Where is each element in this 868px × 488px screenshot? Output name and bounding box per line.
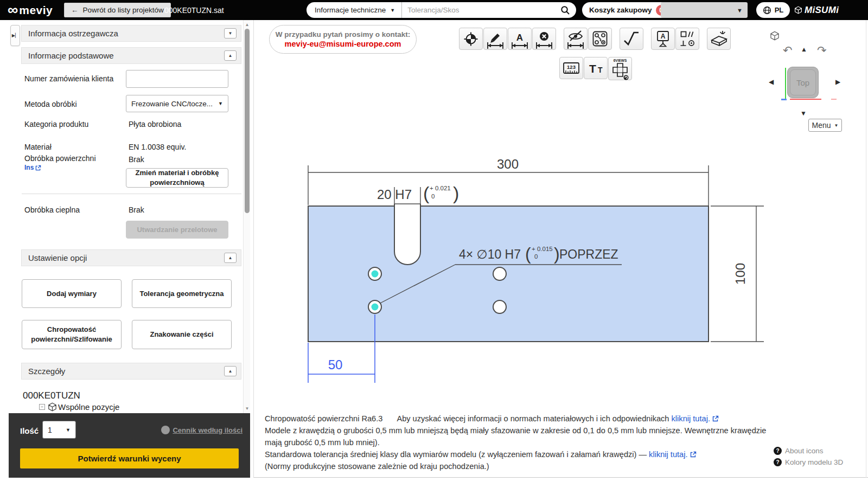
quantity-label: Ilość (20, 426, 39, 435)
section-basic-toggle[interactable]: ▲ (224, 50, 237, 61)
misumi-logo-text: MiSUMi (805, 5, 839, 16)
back-arrow-icon: ← (71, 6, 79, 14)
scrollbar-thumb[interactable] (245, 29, 250, 213)
section-options-header: Ustawienie opcji ▲ (21, 249, 241, 266)
meviy-logo-icon: ∞ (8, 3, 18, 17)
section-details-header: Szczegóły ▲ (21, 363, 241, 380)
material-value: EN 1.0038 equiv. (129, 143, 186, 151)
production-notes: Chropowatość powierzchni Ra6.3Aby uzyska… (265, 413, 786, 472)
cad-viewport[interactable]: W przypadku pytań prosimy o kontakt: mev… (253, 20, 868, 478)
cart-button[interactable]: Koszyk zakupowy 0 (582, 2, 671, 18)
materials-note: Aby uzyskać więcej informacji o normach … (397, 414, 669, 423)
scroll-up-icon[interactable]: ▲ (244, 21, 251, 28)
note-line-chamfer-1: Modele z krawędzią o grubości 0,5 mm lub… (265, 425, 786, 436)
slot-paren-open: ( (423, 183, 430, 203)
language-selector[interactable]: PL (756, 2, 790, 18)
model-cube-icon (48, 402, 57, 412)
cad-drawing[interactable]: 300 20 H7 ( + 0.021 0 ) 4× ∅10 H7 ( + 0.… (254, 20, 868, 478)
section-options-title: Ustawienie opcji (28, 253, 87, 262)
part-marking-button[interactable]: Znakowanie części (132, 320, 232, 349)
chevron-down-icon: ▼ (66, 427, 71, 433)
tree-collapse-icon[interactable]: − (39, 404, 45, 410)
slot-feature[interactable] (394, 204, 420, 265)
note-line-roughness: Chropowatość powierzchni Ra6.3Aby uzyska… (265, 413, 786, 425)
search-category-value: Informacje techniczne (315, 6, 386, 14)
holes-paren-open: ( (525, 244, 531, 264)
back-to-projects-button[interactable]: ← Powrót do listy projektów (64, 3, 171, 17)
pricing-link-label: Cennik według ilości (173, 426, 242, 434)
section-details-title: Szczegóły (28, 367, 65, 376)
method-select[interactable]: Frezowanie CNC/tocze... ▼ (126, 95, 228, 112)
meviy-logo[interactable]: ∞ meviy (8, 0, 53, 20)
change-material-button[interactable]: Zmień materiał i obróbkę powierzchniową (126, 168, 228, 188)
external-link-icon[interactable] (712, 415, 719, 422)
holes-dim-text: 4× ∅10 H7 (459, 247, 521, 261)
order-number-input[interactable] (126, 70, 228, 88)
holes-tol-lower: 0 (534, 253, 538, 260)
surface-value: Brak (129, 155, 144, 164)
add-dimensions-button[interactable]: Dodaj wymiary (22, 279, 122, 308)
section-basic-title: Informacje podstawowe (28, 51, 114, 60)
warning-panel-handle[interactable]: ▶▏ (10, 25, 20, 46)
search-input[interactable] (402, 6, 560, 14)
question-icon: ? (774, 447, 782, 455)
misumi-logo: MiSUMi (794, 0, 839, 20)
model-colors-link[interactable]: ? Kolory modelu 3D (774, 458, 860, 466)
about-icons-label: About icons (785, 447, 824, 455)
section-details-toggle[interactable]: ▲ (224, 366, 237, 376)
tolerance-note: Standardowa tolerancja średniej klasy dl… (265, 450, 647, 459)
tree-root-label: 000KE0TUZN (23, 390, 80, 401)
geometric-tolerance-button[interactable]: Tolerancja geometryczna (132, 279, 232, 308)
sidebar-scrollbar[interactable]: ▲ ▼ (243, 20, 250, 413)
tree-item-label: Wspólne pozycje (58, 402, 119, 412)
dim-50-text: 50 (328, 357, 343, 372)
globe-icon (763, 6, 771, 15)
order-number-label: Numer zamówienia klienta (24, 74, 113, 83)
surface-label: Obróbka powierzchni (24, 154, 96, 163)
surface-roughness-button[interactable]: Chropowatość powierzchni/Szlifowanie (22, 320, 122, 349)
dim-300-text: 300 (497, 157, 519, 171)
through-hardening-button: Utwardzanie przelotowe (126, 221, 228, 239)
pricing-by-quantity-link[interactable]: ? Cennik według ilości (161, 426, 242, 434)
category-value: Płyta obrobiona (129, 120, 181, 129)
quantity-select[interactable]: 1 ▼ (42, 421, 76, 439)
cart-label: Koszyk zakupowy (589, 6, 652, 14)
form-divider (22, 194, 241, 194)
external-link-icon[interactable] (690, 451, 697, 458)
section-basic-header: Informacje podstawowe ▲ (21, 47, 241, 64)
account-select[interactable]: ▼ (661, 2, 748, 18)
meviy-app: ∞ meviy ← Powrót do listy projektów 000K… (0, 0, 868, 488)
search-icon[interactable] (560, 5, 570, 15)
heat-label: Obróbka cieplna (24, 206, 80, 214)
slot-tol-upper: + 0.021 (430, 185, 451, 191)
meviy-logo-text: meviy (19, 4, 53, 17)
quantity-value: 1 (48, 426, 52, 434)
note-line-tolerance: Standardowa tolerancja średniej klasy dl… (265, 448, 786, 460)
section-warning-header: Informacja ostrzegawcza ▼ (21, 25, 241, 42)
slot-tol-lower: 0 (431, 193, 435, 200)
ins-link[interactable]: Ins (24, 164, 41, 171)
section-options-toggle[interactable]: ▲ (224, 253, 237, 263)
dim-100-text: 100 (733, 263, 748, 285)
about-icons-link[interactable]: ? About icons (774, 447, 860, 455)
hole[interactable] (493, 300, 506, 313)
scroll-down-icon[interactable]: ▼ (244, 405, 251, 412)
help-icon: ? (161, 426, 170, 434)
quote-footer: Ilość 1 ▼ ? Cennik według ilości Potwier… (9, 413, 250, 478)
hole[interactable] (493, 267, 506, 280)
dim-slot-text: 20 H7 (377, 187, 412, 202)
tolerance-info-link[interactable]: kliknij tutaj. (649, 450, 687, 459)
tree-item-common-positions[interactable]: − Wspólne pozycje (39, 402, 119, 412)
section-warning-title: Informacja ostrzegawcza (28, 29, 118, 38)
category-label: Kategoria produktu (24, 120, 88, 129)
material-label: Materiał (24, 143, 52, 151)
method-value: Frezowanie CNC/tocze... (131, 100, 213, 108)
materials-info-link[interactable]: kliknij tutaj. (672, 414, 710, 423)
confirm-quote-button[interactable]: Potwierdź warunki wyceny (20, 448, 239, 468)
ins-link-label: Ins (24, 164, 34, 171)
search-category-select[interactable]: Informacje techniczne ▼ (307, 2, 401, 18)
section-warning-toggle[interactable]: ▼ (224, 28, 237, 38)
misumi-cube-icon (794, 6, 802, 14)
project-filename: 000KE0TUZN.sat (164, 0, 224, 20)
roughness-note: Chropowatość powierzchni Ra6.3 (265, 414, 382, 423)
